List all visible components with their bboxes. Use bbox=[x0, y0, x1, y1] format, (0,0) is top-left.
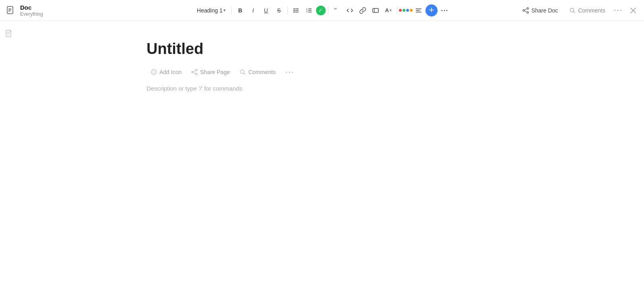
svg-point-24 bbox=[446, 10, 447, 11]
svg-point-50 bbox=[292, 72, 293, 73]
check-button[interactable]: ✓ bbox=[316, 6, 326, 15]
doc-icon bbox=[5, 5, 16, 16]
svg-line-28 bbox=[524, 9, 527, 10]
svg-line-31 bbox=[574, 11, 575, 13]
svg-point-40 bbox=[155, 71, 155, 72]
svg-line-29 bbox=[524, 11, 527, 12]
heading-chevron-icon: ▾ bbox=[223, 8, 226, 13]
svg-point-32 bbox=[614, 10, 615, 11]
doc-title-area: Doc Everything bbox=[5, 4, 69, 17]
page-comments-button[interactable]: Comments bbox=[235, 67, 280, 77]
svg-point-34 bbox=[620, 10, 621, 11]
svg-point-39 bbox=[153, 71, 153, 72]
link-button[interactable] bbox=[357, 4, 369, 17]
main-toolbar: Doc Everything Heading 1 ▾ B I U S bbox=[0, 0, 644, 21]
svg-point-48 bbox=[286, 72, 287, 73]
color-dots-button[interactable] bbox=[400, 4, 412, 17]
doc-info: Doc Everything bbox=[20, 4, 43, 17]
divider-3 bbox=[328, 6, 328, 14]
comments-button[interactable]: Comments bbox=[564, 5, 610, 16]
svg-point-38 bbox=[151, 70, 157, 75]
italic-button[interactable]: I bbox=[247, 4, 259, 17]
share-icon bbox=[522, 7, 529, 14]
svg-text:": " bbox=[334, 7, 337, 14]
page-search-icon bbox=[239, 69, 246, 75]
heading-select[interactable]: Heading 1 ▾ bbox=[194, 6, 229, 15]
font-color-button[interactable]: A ▾ bbox=[382, 4, 394, 17]
divider-4 bbox=[397, 6, 397, 14]
share-doc-button[interactable]: Share Doc bbox=[518, 5, 563, 16]
share-page-icon bbox=[191, 69, 198, 75]
svg-line-45 bbox=[193, 72, 196, 74]
doc-name: Doc bbox=[20, 4, 43, 11]
doc-subtitle: Everything bbox=[20, 11, 43, 17]
bullet-list-button[interactable] bbox=[290, 4, 302, 17]
page-description[interactable]: Description or type '/' for commands bbox=[147, 85, 644, 92]
svg-point-25 bbox=[527, 8, 528, 9]
underline-button[interactable]: U bbox=[260, 4, 272, 17]
svg-point-49 bbox=[289, 72, 290, 73]
close-button[interactable] bbox=[627, 4, 639, 17]
main-content: Untitled Add Icon Share Page bbox=[18, 21, 644, 290]
svg-point-42 bbox=[192, 71, 193, 73]
color-dots-icon bbox=[399, 9, 413, 12]
svg-rect-17 bbox=[373, 8, 378, 12]
left-sidebar bbox=[0, 21, 18, 290]
page-more-button[interactable] bbox=[281, 70, 297, 75]
svg-line-44 bbox=[193, 70, 196, 72]
svg-point-43 bbox=[196, 73, 197, 75]
sidebar-doc-icon[interactable] bbox=[2, 27, 15, 40]
page-title[interactable]: Untitled bbox=[147, 40, 644, 58]
strikethrough-button[interactable]: S bbox=[273, 4, 285, 17]
add-content-button[interactable]: + bbox=[425, 4, 438, 17]
format-toolbar: Heading 1 ▾ B I U S bbox=[194, 4, 450, 17]
align-button[interactable] bbox=[413, 4, 425, 17]
svg-point-27 bbox=[527, 12, 528, 13]
bold-button[interactable]: B bbox=[234, 4, 246, 17]
svg-point-41 bbox=[196, 69, 197, 71]
right-toolbar: Share Doc Comments bbox=[518, 4, 639, 17]
code-button[interactable] bbox=[344, 4, 356, 17]
toolbar-more-button[interactable] bbox=[612, 4, 624, 17]
embed-button[interactable] bbox=[369, 4, 382, 17]
divider-1 bbox=[231, 6, 232, 14]
blockquote-button[interactable]: " bbox=[331, 4, 343, 17]
page-actions: Add Icon Share Page Comments bbox=[147, 67, 644, 77]
svg-point-23 bbox=[444, 10, 445, 11]
share-page-button[interactable]: Share Page bbox=[187, 67, 234, 77]
divider-2 bbox=[287, 6, 288, 14]
svg-point-8 bbox=[293, 11, 295, 12]
svg-point-22 bbox=[441, 10, 442, 11]
svg-text:3.: 3. bbox=[306, 10, 308, 13]
svg-point-4 bbox=[293, 8, 295, 9]
emoji-icon bbox=[151, 69, 157, 75]
add-icon-button[interactable]: Add Icon bbox=[147, 67, 186, 77]
svg-point-6 bbox=[293, 10, 295, 11]
svg-line-47 bbox=[244, 73, 246, 75]
svg-point-33 bbox=[617, 10, 619, 11]
svg-point-26 bbox=[523, 10, 524, 11]
more-options-button[interactable] bbox=[438, 4, 450, 17]
ordered-list-button[interactable]: 1. 2. 3. bbox=[303, 4, 315, 17]
search-icon bbox=[569, 7, 576, 14]
